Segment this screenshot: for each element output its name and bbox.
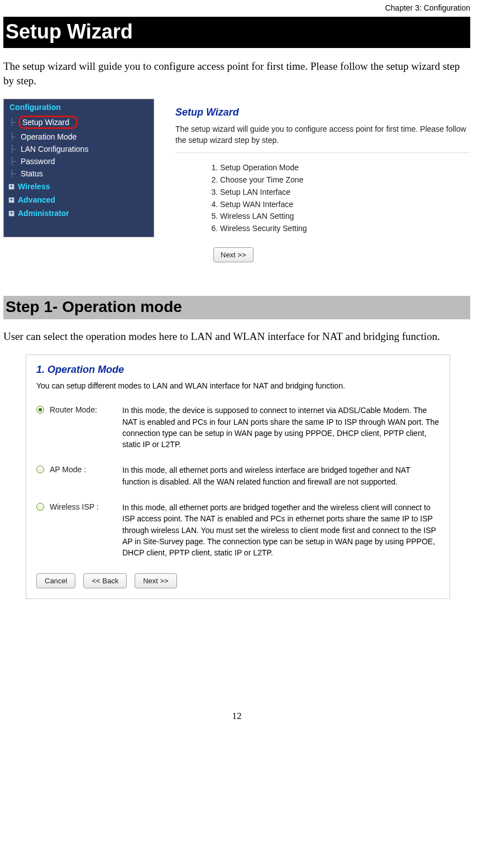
wizard-step: Choose your Time Zone (220, 174, 470, 186)
sidebar-item-label: Operation Mode (21, 132, 77, 141)
setup-wizard-panel: Setup Wizard The setup wizard will guide… (175, 99, 470, 262)
intro-text: The setup wizard will guide you to confi… (3, 59, 470, 88)
tree-branch-icon (12, 157, 17, 165)
tree-branch-icon (12, 145, 17, 153)
step1-heading: Step 1- Operation mode (3, 296, 470, 319)
radio-wireless-isp[interactable] (36, 503, 44, 511)
panel-title: Setup Wizard (175, 107, 470, 118)
sidebar-item-label: LAN Configurations (21, 145, 88, 154)
operation-mode-desc: You can setup different modes to LAN and… (36, 381, 440, 390)
mode-description: In this mode, all ethernet ports and wir… (122, 464, 440, 487)
sidebar-item-lan-config[interactable]: LAN Configurations (4, 143, 154, 155)
sidebar-group-label: Advanced (18, 195, 55, 204)
sidebar-group-label: Wireless (18, 182, 50, 191)
mode-label: Wireless ISP : (50, 502, 117, 511)
sidebar-item-label: Setup Wizard (22, 118, 69, 127)
sidebar-group-administrator[interactable]: + Administrator (4, 207, 154, 220)
mode-row-ap: AP Mode : In this mode, all ethernet por… (36, 464, 440, 487)
chapter-label: Chapter 3: Configuration (3, 3, 470, 12)
button-row: Cancel << Back Next >> (36, 573, 440, 588)
divider (175, 152, 470, 153)
next-button[interactable]: Next >> (135, 573, 177, 588)
sidebar-item-label: Password (21, 157, 55, 166)
page-title: Setup Wizard (3, 17, 470, 48)
tree-branch-icon (12, 133, 17, 141)
config-sidebar: Configuration Setup Wizard Operation Mod… (3, 99, 154, 237)
mode-label: AP Mode : (50, 464, 117, 474)
mode-row-router: Router Mode: In this mode, the device is… (36, 405, 440, 450)
wizard-step: Setup Operation Mode (220, 162, 470, 174)
wizard-step: Wireless Security Setting (220, 223, 470, 235)
wizard-step: Wireless LAN Setting (220, 210, 470, 223)
sidebar-group-configuration[interactable]: Configuration (4, 100, 154, 114)
sidebar-item-highlight: Setup Wizard (18, 116, 78, 129)
mode-description: In this mode, the device is supposed to … (122, 405, 440, 450)
sidebar-group-advanced[interactable]: + Advanced (4, 193, 154, 207)
expand-icon[interactable]: + (8, 184, 15, 190)
cancel-button[interactable]: Cancel (36, 573, 75, 588)
sidebar-item-password[interactable]: Password (4, 155, 154, 167)
back-button[interactable]: << Back (83, 573, 127, 588)
radio-ap-mode[interactable] (36, 466, 44, 473)
mode-label: Router Mode: (50, 405, 117, 414)
radio-router-mode[interactable] (36, 406, 44, 414)
next-button[interactable]: Next >> (213, 247, 254, 262)
tree-branch-icon (12, 170, 17, 178)
sidebar-item-operation-mode[interactable]: Operation Mode (4, 131, 154, 143)
page-number: 12 (3, 711, 470, 722)
screenshot-operation-mode: 1. Operation Mode You can setup differen… (26, 354, 450, 598)
screenshot-setup-wizard: Configuration Setup Wizard Operation Mod… (3, 99, 470, 262)
mode-description: In this mode, all ethernet ports are bri… (122, 502, 440, 558)
sidebar-item-status[interactable]: Status (4, 167, 154, 180)
tree-branch-icon (12, 118, 17, 126)
sidebar-item-label: Status (21, 169, 43, 178)
step1-intro: User can select the operation modes here… (3, 329, 470, 344)
mode-row-wisp: Wireless ISP : In this mode, all etherne… (36, 502, 440, 558)
sidebar-item-setup-wizard[interactable]: Setup Wizard (4, 114, 154, 131)
sidebar-group-label: Administrator (18, 209, 69, 218)
wizard-step: Setup WAN Interface (220, 199, 470, 211)
operation-mode-title: 1. Operation Mode (36, 364, 440, 376)
wizard-step: Setup LAN Interface (220, 186, 470, 199)
wizard-steps-list: Setup Operation Mode Choose your Time Zo… (220, 162, 470, 234)
expand-icon[interactable]: + (8, 197, 15, 203)
panel-description: The setup wizard will guide you to confi… (175, 124, 470, 146)
expand-icon[interactable]: + (8, 210, 15, 217)
sidebar-group-wireless[interactable]: + Wireless (4, 180, 154, 193)
